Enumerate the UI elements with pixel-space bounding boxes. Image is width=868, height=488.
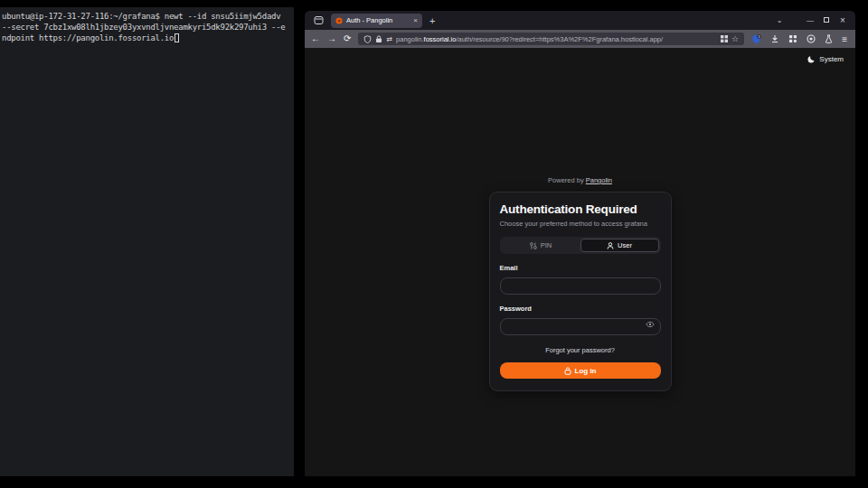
tab-list-chevron-icon[interactable]: ⌄ xyxy=(772,16,787,24)
url-text[interactable]: pangolin.fossorial.io/auth/resource/90?r… xyxy=(396,35,717,43)
pangolin-link[interactable]: Pangolin xyxy=(586,176,612,184)
bookmark-star-icon[interactable]: ☆ xyxy=(731,34,739,43)
firefox-view-icon[interactable] xyxy=(314,15,324,25)
tab-close-icon[interactable]: × xyxy=(413,16,418,24)
new-tab-button[interactable]: + xyxy=(429,15,435,26)
forward-button[interactable]: → xyxy=(327,34,336,43)
terminal-cursor xyxy=(175,33,179,42)
maximize-icon xyxy=(824,17,829,23)
toolbar-extension-icons: 3 ≡ xyxy=(751,34,847,44)
lock-icon[interactable] xyxy=(375,35,382,43)
login-button-label: Log in xyxy=(575,367,597,375)
record-circle-icon[interactable] xyxy=(807,34,816,43)
login-button[interactable]: Log in xyxy=(500,362,661,379)
url-path: /auth/resource/90?redirect=https%3A%2F%2… xyxy=(456,35,663,43)
card-subtitle: Choose your preferred method to access g… xyxy=(500,220,661,228)
close-window-button[interactable]: × xyxy=(835,15,850,25)
auth-method-tabs: PIN User xyxy=(500,237,661,254)
maximize-button[interactable] xyxy=(819,16,834,24)
url-bar[interactable]: ⇄ pangolin.fossorial.io/auth/resource/90… xyxy=(358,33,744,45)
binary-icon xyxy=(530,242,537,249)
tab-bar: Auth - Pangolin × + ⌄ — × xyxy=(305,11,855,30)
email-field[interactable] xyxy=(500,277,661,295)
password-label: Password xyxy=(500,305,661,313)
tab-pin-label: PIN xyxy=(541,241,552,249)
terminal-line: ndpoint https://pangolin.fossorial.io xyxy=(2,33,292,43)
grid-squares-icon[interactable] xyxy=(721,35,728,42)
tab-title: Auth - Pangolin xyxy=(346,16,410,24)
card-title: Authentication Required xyxy=(500,202,661,216)
theme-label: System xyxy=(819,55,844,63)
hamburger-menu-icon[interactable]: ≡ xyxy=(842,34,847,44)
email-label: Email xyxy=(500,264,661,272)
auth-card: Authentication Required Choose your pref… xyxy=(489,192,672,391)
tracking-protection-shield-icon[interactable] xyxy=(363,35,372,43)
user-icon xyxy=(607,242,614,249)
login-lock-icon xyxy=(564,367,571,375)
tab-user[interactable]: User xyxy=(580,239,659,252)
tab-auth-pangolin[interactable]: Auth - Pangolin × xyxy=(331,14,422,28)
download-icon[interactable] xyxy=(770,34,779,43)
url-domain: fossorial.io xyxy=(424,35,457,43)
moon-icon xyxy=(807,55,816,63)
ublock-shield-icon[interactable]: 3 xyxy=(751,34,761,44)
password-field[interactable] xyxy=(500,318,661,335)
back-button[interactable]: ← xyxy=(311,34,320,43)
terminal-panel[interactable]: ubuntu@ip-172-31-27-116:~/grafana$ newt … xyxy=(0,7,294,476)
extensions-icon[interactable] xyxy=(788,34,797,43)
powered-by: Powered by Pangolin xyxy=(489,176,672,184)
page-content: System Powered by Pangolin Authenticatio… xyxy=(305,48,855,476)
minimize-button[interactable]: — xyxy=(803,16,817,24)
browser-toolbar: ← → ⟳ ⇄ pangolin.fossorial.io/auth/resou… xyxy=(305,30,855,48)
pangolin-favicon xyxy=(335,17,343,24)
forgot-password-link[interactable]: Forgot your password? xyxy=(500,346,661,354)
url-subdomain: pangolin. xyxy=(396,35,423,43)
eye-icon[interactable] xyxy=(646,321,655,328)
browser-window: Auth - Pangolin × + ⌄ — × ← → ⟳ ⇄ pangol… xyxy=(305,11,855,476)
flask-icon[interactable] xyxy=(825,34,833,43)
tab-user-label: User xyxy=(618,241,632,249)
theme-toggle[interactable]: System xyxy=(807,55,844,63)
auth-column: Powered by Pangolin Authentication Requi… xyxy=(489,176,672,391)
swap-arrows-icon[interactable]: ⇄ xyxy=(386,35,392,43)
terminal-line: ubuntu@ip-172-31-27-116:~/grafana$ newt … xyxy=(2,11,292,22)
svg-text:3: 3 xyxy=(759,34,760,38)
reload-button[interactable]: ⟳ xyxy=(344,34,351,43)
terminal-line: --secret 7cbz1xw08lh1jbzey03yxvndljvneam… xyxy=(2,22,292,33)
tab-pin[interactable]: PIN xyxy=(502,239,580,252)
